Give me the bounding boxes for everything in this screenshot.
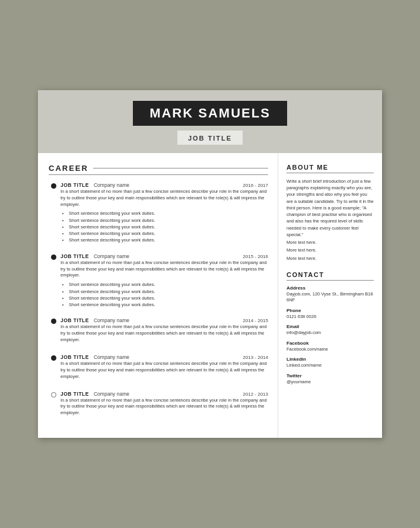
- about-paragraph: More text here.: [287, 239, 374, 246]
- contact-section-title: CONTACT: [287, 271, 374, 281]
- entry-description: In a short statement of no more than jus…: [61, 397, 268, 417]
- entry-bullet-item: Short sentence describing your work duti…: [69, 281, 268, 288]
- entry-description: In a short statement of no more than jus…: [61, 324, 268, 343]
- contact-section: CONTACT AddressDayjob.com, 120 Vyse St.,…: [287, 271, 374, 386]
- entry-bullet-item: Short sentence describing your work duti…: [69, 217, 268, 224]
- right-column: ABOUT ME Write a short brief introductio…: [278, 153, 382, 438]
- contact-label: Phone: [287, 308, 374, 313]
- entry-bullets-list: Short sentence describing your work duti…: [61, 210, 268, 243]
- entry-header-row: JOB TITLECompany name2015 - 2016: [61, 253, 268, 259]
- resume-page: MARK SAMUELS JOB TITLE CAREER JOB TITLEC…: [38, 90, 382, 438]
- career-section-title: CAREER: [49, 164, 268, 175]
- career-entry: JOB TITLECompany name2014 - 2015In a sho…: [49, 317, 268, 346]
- about-paragraph: More text here.: [287, 255, 374, 262]
- career-entry: JOB TITLECompany name2013 - 2014In a sho…: [49, 354, 268, 383]
- job-title-box: JOB TITLE: [177, 131, 243, 145]
- bullet-circle: [51, 392, 56, 397]
- entry-content: JOB TITLECompany name2012 - 2013In a sho…: [58, 391, 268, 419]
- entry-dates: 2014 - 2015: [243, 318, 268, 323]
- contact-value: Linked.com/name: [287, 362, 374, 369]
- entry-company: Company name: [94, 391, 129, 397]
- entry-job-title: JOB TITLE: [61, 391, 89, 397]
- entry-bullet-item: Short sentence describing your work duti…: [69, 295, 268, 301]
- contact-label: Linkedin: [287, 357, 374, 362]
- entry-header-row: JOB TITLECompany name2013 - 2014: [61, 354, 268, 360]
- entry-dates: 2012 - 2013: [243, 392, 268, 397]
- entry-title-company-row: JOB TITLECompany name: [61, 391, 129, 397]
- entry-dates: 2013 - 2014: [243, 355, 268, 360]
- contact-label: Facebook: [287, 341, 374, 346]
- entry-description: In a short statement of no more than jus…: [61, 189, 268, 208]
- about-section-title: ABOUT ME: [287, 164, 374, 173]
- entry-dates: 2016 - 2017: [243, 183, 268, 188]
- entry-header-row: JOB TITLECompany name2014 - 2015: [61, 317, 268, 323]
- header-job-title: JOB TITLE: [188, 135, 232, 142]
- entry-job-title: JOB TITLE: [61, 354, 89, 360]
- career-title-line: [93, 168, 268, 169]
- career-entry: JOB TITLECompany name2012 - 2013In a sho…: [49, 391, 268, 419]
- entry-content: JOB TITLECompany name2014 - 2015In a sho…: [58, 317, 268, 346]
- about-section: ABOUT ME Write a short brief introductio…: [287, 164, 374, 262]
- entry-company: Company name: [94, 354, 129, 360]
- contact-label: Email: [287, 324, 374, 329]
- bullet-col: [49, 317, 58, 324]
- bullet-circle: [51, 355, 56, 361]
- career-entry: JOB TITLECompany name2016 - 2017In a sho…: [49, 182, 268, 245]
- entry-title-company-row: JOB TITLECompany name: [61, 354, 129, 360]
- entry-title-company-row: JOB TITLECompany name: [61, 253, 129, 259]
- entry-bullet-item: Short sentence describing your work duti…: [69, 224, 268, 230]
- entry-company: Company name: [94, 182, 129, 188]
- bullet-col: [49, 391, 58, 397]
- entry-content: JOB TITLECompany name2015 - 2016In a sho…: [58, 253, 268, 310]
- contact-label: Address: [287, 285, 374, 291]
- contact-value: @yourname: [287, 379, 374, 386]
- entry-bullets-list: Short sentence describing your work duti…: [61, 281, 268, 308]
- career-entry: JOB TITLECompany name2015 - 2016In a sho…: [49, 253, 268, 310]
- contact-value: 0121 638 0026: [287, 314, 374, 320]
- entry-title-company-row: JOB TITLECompany name: [61, 182, 129, 188]
- name-box: MARK SAMUELS: [133, 101, 287, 126]
- contact-items: AddressDayjob.com, 120 Vyse St., Birming…: [287, 285, 374, 386]
- bullet-col: [49, 354, 58, 361]
- full-name: MARK SAMUELS: [149, 106, 271, 120]
- entry-title-company-row: JOB TITLECompany name: [61, 317, 129, 323]
- resume-header: MARK SAMUELS JOB TITLE: [38, 90, 382, 153]
- bullet-col: [49, 253, 58, 260]
- entry-header-row: JOB TITLECompany name2012 - 2013: [61, 391, 268, 397]
- entry-bullet-item: Short sentence describing your work duti…: [69, 230, 268, 237]
- contact-value: Dayjob.com, 120 Vyse St., Birmingham B18…: [287, 291, 374, 304]
- career-entries: JOB TITLECompany name2016 - 2017In a sho…: [49, 182, 268, 419]
- contact-value: info@dayjob.com: [287, 330, 374, 336]
- entry-header-row: JOB TITLECompany name2016 - 2017: [61, 182, 268, 188]
- entry-bullet-item: Short sentence describing your work duti…: [69, 210, 268, 217]
- about-paragraph: Write a short brief introduction of just…: [287, 178, 374, 238]
- entry-content: JOB TITLECompany name2013 - 2014In a sho…: [58, 354, 268, 383]
- bullet-circle: [51, 255, 56, 260]
- entry-company: Company name: [94, 317, 129, 323]
- entry-description: In a short statement of no more than jus…: [61, 361, 268, 380]
- entry-bullet-item: Short sentence describing your work duti…: [69, 288, 268, 295]
- entry-job-title: JOB TITLE: [61, 253, 89, 259]
- bullet-circle: [51, 319, 56, 324]
- entry-company: Company name: [94, 253, 129, 259]
- entry-bullet-item: Short sentence describing your work duti…: [69, 301, 268, 308]
- bullet-col: [49, 182, 58, 189]
- entry-description: In a short statement of no more than jus…: [61, 260, 268, 279]
- entry-dates: 2015 - 2016: [243, 254, 268, 259]
- entry-job-title: JOB TITLE: [61, 182, 89, 188]
- entry-bullet-item: Short sentence describing your work duti…: [69, 237, 268, 243]
- left-column: CAREER JOB TITLECompany name2016 - 2017I…: [38, 153, 278, 438]
- entry-job-title: JOB TITLE: [61, 317, 89, 323]
- contact-label: Twitter: [287, 373, 374, 378]
- contact-value: Facebook.com/name: [287, 346, 374, 353]
- body-section: CAREER JOB TITLECompany name2016 - 2017I…: [38, 153, 382, 438]
- bullet-circle: [51, 183, 56, 189]
- career-label: CAREER: [49, 164, 88, 173]
- about-text: Write a short brief introduction of just…: [287, 178, 374, 262]
- entry-content: JOB TITLECompany name2016 - 2017In a sho…: [58, 182, 268, 245]
- about-paragraph: More text here.: [287, 247, 374, 253]
